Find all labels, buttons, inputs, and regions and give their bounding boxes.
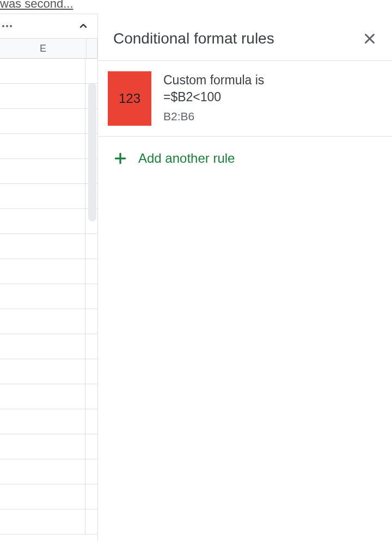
add-rule-button[interactable]: Add another rule — [98, 137, 392, 180]
column-header[interactable]: E — [0, 39, 87, 58]
add-rule-label: Add another rule — [138, 151, 235, 166]
table-row[interactable] — [0, 509, 97, 534]
plus-icon — [113, 151, 127, 165]
table-row[interactable] — [0, 309, 97, 334]
table-row[interactable] — [0, 259, 97, 284]
table-row[interactable] — [0, 184, 97, 209]
rule-condition-label: Custom formula is — [163, 72, 377, 89]
table-row[interactable] — [0, 384, 97, 409]
column-header-partial[interactable] — [87, 39, 97, 58]
close-icon[interactable] — [362, 30, 378, 47]
table-row[interactable] — [0, 484, 97, 509]
panel-title: Conditional format rules — [113, 30, 362, 47]
table-row[interactable] — [0, 359, 97, 384]
table-row[interactable] — [0, 134, 97, 159]
column-header-row: E — [0, 39, 97, 59]
rule-range: B2:B6 — [163, 110, 377, 123]
truncated-top-link[interactable]: was second... — [0, 0, 74, 11]
conditional-format-panel: Conditional format rules 123 Custom form… — [97, 14, 392, 541]
table-row[interactable] — [0, 459, 97, 484]
table-row[interactable] — [0, 434, 97, 459]
table-row[interactable] — [0, 84, 97, 109]
rule-color-swatch: 123 — [108, 71, 151, 126]
table-row[interactable] — [0, 109, 97, 134]
format-rule-item[interactable]: 123 Custom formula is =$B2<100 B2:B6 — [98, 61, 392, 137]
rule-formula: =$B2<100 — [163, 90, 377, 104]
spreadsheet-area: E — [0, 14, 97, 541]
chevron-up-icon[interactable] — [77, 20, 90, 33]
table-row[interactable] — [0, 409, 97, 434]
table-row[interactable] — [0, 234, 97, 259]
table-row[interactable] — [0, 159, 97, 184]
table-row[interactable] — [0, 209, 97, 234]
table-row[interactable] — [0, 284, 97, 309]
more-icon[interactable] — [2, 22, 12, 30]
table-row[interactable] — [0, 334, 97, 359]
table-row[interactable] — [0, 59, 97, 84]
vertical-scrollbar[interactable] — [88, 83, 96, 222]
